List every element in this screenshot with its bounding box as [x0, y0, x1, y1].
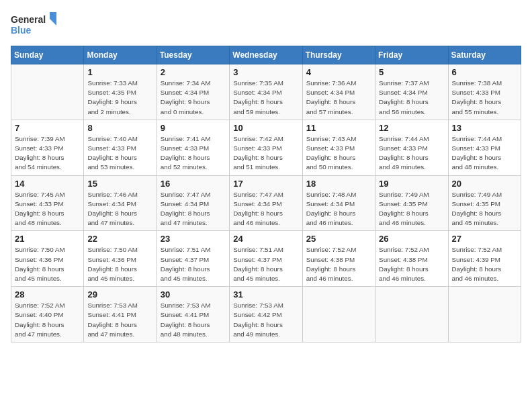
day-info: Sunrise: 7:39 AMSunset: 4:33 PMDaylight:…	[15, 134, 80, 173]
calendar-cell: 15Sunrise: 7:46 AMSunset: 4:34 PMDayligh…	[84, 175, 157, 231]
day-info: Sunrise: 7:50 AMSunset: 4:36 PMDaylight:…	[87, 245, 152, 283]
logo-svg: General Blue	[11, 11, 58, 38]
day-number: 7	[15, 123, 80, 133]
calendar-cell: 21Sunrise: 7:50 AMSunset: 4:36 PMDayligh…	[11, 231, 84, 287]
calendar-cell: 6Sunrise: 7:38 AMSunset: 4:33 PMDaylight…	[448, 64, 521, 120]
day-number: 24	[233, 234, 298, 244]
day-info: Sunrise: 7:52 AMSunset: 4:38 PMDaylight:…	[379, 245, 444, 283]
day-number: 26	[379, 234, 444, 244]
calendar-cell: 10Sunrise: 7:42 AMSunset: 4:33 PMDayligh…	[230, 120, 302, 175]
day-info: Sunrise: 7:52 AMSunset: 4:39 PMDaylight:…	[452, 245, 517, 283]
calendar-cell	[302, 287, 375, 342]
weekday-header-monday: Monday	[84, 46, 157, 64]
day-info: Sunrise: 7:36 AMSunset: 4:34 PMDaylight:…	[306, 79, 371, 117]
day-number: 28	[15, 289, 80, 300]
week-row-4: 21Sunrise: 7:50 AMSunset: 4:36 PMDayligh…	[11, 231, 521, 287]
calendar-cell: 29Sunrise: 7:53 AMSunset: 4:41 PMDayligh…	[84, 287, 157, 342]
day-number: 17	[233, 179, 298, 189]
day-number: 6	[452, 67, 517, 77]
day-info: Sunrise: 7:41 AMSunset: 4:33 PMDaylight:…	[161, 134, 226, 173]
day-number: 31	[233, 289, 298, 300]
calendar-cell: 1Sunrise: 7:33 AMSunset: 4:35 PMDaylight…	[84, 64, 157, 120]
svg-marker-2	[50, 12, 56, 26]
calendar-cell: 24Sunrise: 7:51 AMSunset: 4:37 PMDayligh…	[230, 231, 302, 287]
day-number: 19	[379, 179, 444, 189]
calendar-cell: 25Sunrise: 7:52 AMSunset: 4:38 PMDayligh…	[302, 231, 375, 287]
weekday-header-row: SundayMondayTuesdayWednesdayThursdayFrid…	[11, 46, 521, 64]
day-info: Sunrise: 7:53 AMSunset: 4:41 PMDaylight:…	[161, 301, 226, 339]
calendar-cell: 20Sunrise: 7:49 AMSunset: 4:35 PMDayligh…	[448, 175, 521, 231]
calendar-cell: 12Sunrise: 7:44 AMSunset: 4:33 PMDayligh…	[375, 120, 448, 175]
svg-text:General: General	[11, 14, 46, 25]
day-number: 14	[15, 179, 80, 189]
calendar-cell	[375, 287, 448, 342]
day-number: 12	[379, 123, 444, 133]
day-info: Sunrise: 7:52 AMSunset: 4:38 PMDaylight:…	[306, 245, 371, 283]
day-info: Sunrise: 7:50 AMSunset: 4:36 PMDaylight:…	[15, 245, 80, 283]
week-row-5: 28Sunrise: 7:52 AMSunset: 4:40 PMDayligh…	[11, 287, 521, 342]
day-info: Sunrise: 7:33 AMSunset: 4:35 PMDaylight:…	[87, 79, 152, 117]
day-number: 30	[161, 289, 226, 300]
calendar-cell: 9Sunrise: 7:41 AMSunset: 4:33 PMDaylight…	[157, 120, 229, 175]
weekday-header-wednesday: Wednesday	[230, 46, 302, 64]
calendar-cell: 16Sunrise: 7:47 AMSunset: 4:34 PMDayligh…	[157, 175, 229, 231]
calendar-cell: 23Sunrise: 7:51 AMSunset: 4:37 PMDayligh…	[157, 231, 229, 287]
day-info: Sunrise: 7:37 AMSunset: 4:34 PMDaylight:…	[379, 79, 444, 117]
weekday-header-friday: Friday	[375, 46, 448, 64]
day-number: 16	[161, 179, 226, 189]
day-number: 9	[161, 123, 226, 133]
day-number: 10	[233, 123, 298, 133]
day-number: 8	[87, 123, 152, 133]
day-info: Sunrise: 7:35 AMSunset: 4:34 PMDaylight:…	[233, 79, 298, 117]
day-number: 23	[161, 234, 226, 244]
calendar-cell: 17Sunrise: 7:47 AMSunset: 4:34 PMDayligh…	[230, 175, 302, 231]
day-info: Sunrise: 7:53 AMSunset: 4:41 PMDaylight:…	[87, 301, 152, 339]
calendar-cell: 3Sunrise: 7:35 AMSunset: 4:34 PMDaylight…	[230, 64, 302, 120]
day-info: Sunrise: 7:49 AMSunset: 4:35 PMDaylight:…	[379, 190, 444, 228]
weekday-header-saturday: Saturday	[448, 46, 521, 64]
day-number: 1	[87, 67, 152, 77]
calendar-cell: 5Sunrise: 7:37 AMSunset: 4:34 PMDaylight…	[375, 64, 448, 120]
calendar-cell: 2Sunrise: 7:34 AMSunset: 4:34 PMDaylight…	[157, 64, 229, 120]
day-info: Sunrise: 7:51 AMSunset: 4:37 PMDaylight:…	[233, 245, 298, 283]
calendar-cell: 22Sunrise: 7:50 AMSunset: 4:36 PMDayligh…	[84, 231, 157, 287]
weekday-header-thursday: Thursday	[302, 46, 375, 64]
day-info: Sunrise: 7:42 AMSunset: 4:33 PMDaylight:…	[233, 134, 298, 173]
day-number: 20	[452, 179, 517, 189]
calendar-cell: 18Sunrise: 7:48 AMSunset: 4:34 PMDayligh…	[302, 175, 375, 231]
day-number: 21	[15, 234, 80, 244]
day-number: 22	[87, 234, 152, 244]
calendar-cell: 11Sunrise: 7:43 AMSunset: 4:33 PMDayligh…	[302, 120, 375, 175]
week-row-3: 14Sunrise: 7:45 AMSunset: 4:33 PMDayligh…	[11, 175, 521, 231]
logo: General Blue	[11, 11, 58, 38]
calendar-cell: 4Sunrise: 7:36 AMSunset: 4:34 PMDaylight…	[302, 64, 375, 120]
day-info: Sunrise: 7:44 AMSunset: 4:33 PMDaylight:…	[379, 134, 444, 173]
calendar-cell: 31Sunrise: 7:53 AMSunset: 4:42 PMDayligh…	[230, 287, 302, 342]
day-info: Sunrise: 7:44 AMSunset: 4:33 PMDaylight:…	[452, 134, 517, 173]
day-number: 25	[306, 234, 371, 244]
day-info: Sunrise: 7:46 AMSunset: 4:34 PMDaylight:…	[87, 190, 152, 228]
day-info: Sunrise: 7:51 AMSunset: 4:37 PMDaylight:…	[161, 245, 226, 283]
day-info: Sunrise: 7:52 AMSunset: 4:40 PMDaylight:…	[15, 301, 80, 339]
day-info: Sunrise: 7:34 AMSunset: 4:34 PMDaylight:…	[161, 79, 226, 117]
day-info: Sunrise: 7:48 AMSunset: 4:34 PMDaylight:…	[306, 190, 371, 228]
calendar-cell: 14Sunrise: 7:45 AMSunset: 4:33 PMDayligh…	[11, 175, 84, 231]
page-header: General Blue	[11, 11, 521, 38]
svg-text:Blue: Blue	[11, 25, 32, 36]
day-number: 2	[161, 67, 226, 77]
calendar-cell: 7Sunrise: 7:39 AMSunset: 4:33 PMDaylight…	[11, 120, 84, 175]
calendar-cell: 27Sunrise: 7:52 AMSunset: 4:39 PMDayligh…	[448, 231, 521, 287]
weekday-header-tuesday: Tuesday	[157, 46, 229, 64]
day-number: 29	[87, 289, 152, 300]
day-number: 18	[306, 179, 371, 189]
day-info: Sunrise: 7:53 AMSunset: 4:42 PMDaylight:…	[233, 301, 298, 339]
day-info: Sunrise: 7:43 AMSunset: 4:33 PMDaylight:…	[306, 134, 371, 173]
day-info: Sunrise: 7:47 AMSunset: 4:34 PMDaylight:…	[233, 190, 298, 228]
day-info: Sunrise: 7:38 AMSunset: 4:33 PMDaylight:…	[452, 79, 517, 117]
calendar-table: SundayMondayTuesdayWednesdayThursdayFrid…	[11, 46, 521, 342]
week-row-2: 7Sunrise: 7:39 AMSunset: 4:33 PMDaylight…	[11, 120, 521, 175]
calendar-cell: 13Sunrise: 7:44 AMSunset: 4:33 PMDayligh…	[448, 120, 521, 175]
day-number: 3	[233, 67, 298, 77]
day-info: Sunrise: 7:40 AMSunset: 4:33 PMDaylight:…	[87, 134, 152, 173]
day-number: 13	[452, 123, 517, 133]
